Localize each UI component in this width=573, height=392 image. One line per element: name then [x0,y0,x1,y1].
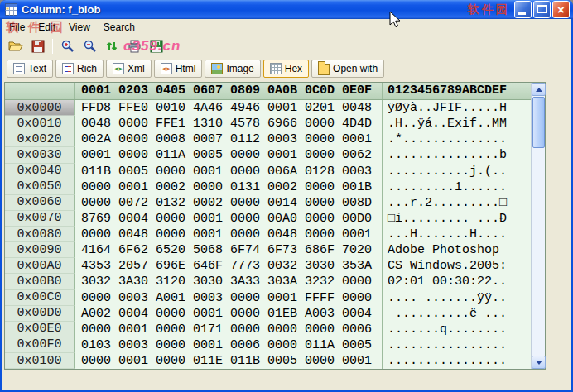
address-cell[interactable]: 0x00A0 [5,258,75,274]
minimize-button[interactable] [514,1,532,18]
address-cell[interactable]: 0x0060 [5,195,75,211]
scrollbar-thumb[interactable] [532,97,545,148]
zoom-in-icon [60,39,75,53]
address-cell[interactable]: 0x00D0 [5,306,75,322]
ascii-cell[interactable]: .........1...... [382,179,531,195]
hex-bytes-cell[interactable]: FFD8 FFE0 0010 4A46 4946 0001 0201 0048 [75,100,382,116]
export-button[interactable] [147,36,166,56]
hex-bytes-cell[interactable]: 0103 0003 0000 0001 0006 0000 011A 0005 [75,337,382,353]
titlebar[interactable]: Column: f_blob 软件园 × [0,0,573,19]
ascii-cell[interactable]: .H..ÿá..Exif..MM [382,116,531,131]
hex-row: 0x00D0A002 0004 0000 0001 0000 01EB A003… [5,306,531,322]
hex-row: 0x00100048 0000 FFE1 1310 4578 6966 0000… [5,116,531,131]
tab-xml[interactable]: Xml [106,60,152,78]
tab-text[interactable]: Text [7,60,53,78]
watermark-title: 软件园 [468,2,510,17]
ascii-cell[interactable]: ................ [382,353,531,369]
maximize-button[interactable] [533,1,551,18]
menu-file[interactable]: File [2,20,31,35]
refresh-icon [105,40,118,53]
tab-html[interactable]: Html [154,60,203,78]
tab-rich[interactable]: Rich [55,60,104,78]
open-button[interactable] [6,36,26,56]
export-icon [150,40,163,53]
address-cell[interactable]: 0x00C0 [5,290,75,306]
hex-bytes-cell[interactable]: 4353 2057 696E 646F 7773 0032 3030 353A [75,258,382,274]
menu-search[interactable]: Search [97,20,142,35]
ascii-cell[interactable]: .... .......ÿÿ.. [382,290,531,306]
zoom-in-button[interactable] [57,36,77,56]
hex-row: 0x00B03032 3A30 3120 3030 3A33 303A 3232… [5,274,531,289]
close-icon: × [553,2,569,17]
hex-bytes-cell[interactable]: 8769 0004 0000 0001 0000 00A0 0000 00D0 [75,211,382,227]
ascii-cell[interactable]: .*.............. [382,131,531,147]
ascii-cell[interactable]: ...............b [382,147,531,163]
hex-row: 0x00708769 0004 0000 0001 0000 00A0 0000… [5,211,531,227]
ascii-cell[interactable]: Adobe Photoshop [382,242,531,258]
hex-bytes-cell[interactable]: A002 0004 0000 0001 0000 01EB A003 0004 [75,306,382,322]
hex-row: 0x00F00103 0003 0000 0001 0006 0000 011A… [5,337,531,353]
ascii-cell[interactable]: ................ [382,337,531,353]
ascii-cell[interactable]: 02:01 00:30:22.. [382,274,531,289]
ascii-cell[interactable]: ..........ë ... [382,306,531,322]
hex-bytes-cell[interactable]: 0000 0001 0002 0000 0131 0002 0000 001B [75,179,382,195]
ascii-cell[interactable]: ÿØÿà..JFIF.....H [382,100,531,116]
hex-bytes-cell[interactable]: 0000 0072 0132 0002 0000 0014 0000 008D [75,195,382,211]
ascii-cell[interactable]: ...H.......H.... [382,227,531,242]
ascii-cell[interactable]: .......q........ [382,322,531,337]
hex-bytes-cell[interactable]: 0000 0048 0000 0001 0000 0048 0000 0001 [75,227,382,242]
save-icon [31,40,45,53]
menu-view[interactable]: View [62,20,97,35]
hex-bytes-cell[interactable]: 4164 6F62 6520 5068 6F74 6F73 686F 7020 [75,242,382,258]
address-cell[interactable]: 0x0010 [5,116,75,131]
vertical-scrollbar[interactable] [531,83,545,369]
hex-grid-header: 0001 0203 0405 0607 0809 0A0B 0C0D 0E0F … [5,83,531,100]
save-button[interactable] [28,36,48,56]
address-cell[interactable]: 0x00B0 [5,274,75,289]
hex-bytes-cell[interactable]: 3032 3A30 3120 3030 3A33 303A 3232 0000 [75,274,382,289]
tabbar: TextRichXmlHtmlImageHexOpen with [2,57,571,79]
tab-open-with[interactable]: Open with [311,60,384,78]
address-cell[interactable]: 0x0080 [5,227,75,242]
hex-bytes-cell[interactable]: 0048 0000 FFE1 1310 4578 6966 0000 4D4D [75,116,382,131]
menu-edit[interactable]: Edit [31,20,62,35]
address-cell[interactable]: 0x0070 [5,211,75,227]
tab-hex[interactable]: Hex [263,60,309,78]
hex-row: 0x00A04353 2057 696E 646F 7773 0032 3030… [5,258,531,274]
hex-bytes-cell[interactable]: 0000 0003 A001 0003 0000 0001 FFFF 0000 [75,290,382,306]
address-cell[interactable]: 0x0100 [5,353,75,369]
ascii-cell[interactable]: ...r.2.........□ [382,195,531,211]
hex-row: 0x00600000 0072 0132 0002 0000 0014 0000… [5,195,531,211]
zoom-out-button[interactable] [79,36,99,56]
address-cell[interactable]: 0x0000 [5,100,75,116]
zoom-out-icon [83,39,97,53]
hex-row: 0x00904164 6F62 6520 5068 6F74 6F73 686F… [5,242,531,258]
address-cell[interactable]: 0x0020 [5,131,75,147]
tab-image[interactable]: Image [205,60,260,78]
tab-label: Html [176,63,196,74]
address-cell[interactable]: 0x0040 [5,164,75,179]
ascii-cell[interactable]: ...........j.(.. [382,164,531,179]
address-cell[interactable]: 0x0050 [5,179,75,195]
hex-bytes-cell[interactable]: 011B 0005 0000 0001 0000 006A 0128 0003 [75,164,382,179]
address-cell[interactable]: 0x00F0 [5,337,75,353]
hex-bytes-cell[interactable]: 0000 0001 0000 0171 0000 0000 0000 0006 [75,322,382,337]
client-area: File Edit View Search 软件园 [2,19,571,390]
hex-row: 0x00500000 0001 0002 0000 0131 0002 0000… [5,179,531,195]
hex-bytes-cell[interactable]: 0001 0000 011A 0005 0000 0001 0000 0062 [75,147,382,163]
ascii-cell[interactable]: CS Windows.2005: [382,258,531,274]
address-cell[interactable]: 0x00E0 [5,322,75,337]
html-icon [161,63,172,74]
app-icon [5,3,17,16]
scroll-down-button[interactable] [532,356,546,369]
scroll-up-button[interactable] [532,83,546,96]
ascii-cell[interactable]: □i......... ...Ð [382,211,531,227]
address-cell[interactable]: 0x0030 [5,147,75,163]
close-button[interactable]: × [552,1,570,18]
hex-bytes-cell[interactable]: 002A 0000 0008 0007 0112 0003 0000 0001 [75,131,382,147]
hex-bytes-cell[interactable]: 0000 0001 0000 011E 011B 0005 0000 0001 [75,353,382,369]
refresh-button[interactable] [102,36,122,56]
print-button[interactable] [124,36,144,56]
address-cell[interactable]: 0x0090 [5,242,75,258]
hex-row: 0x0000FFD8 FFE0 0010 4A46 4946 0001 0201… [5,100,531,116]
